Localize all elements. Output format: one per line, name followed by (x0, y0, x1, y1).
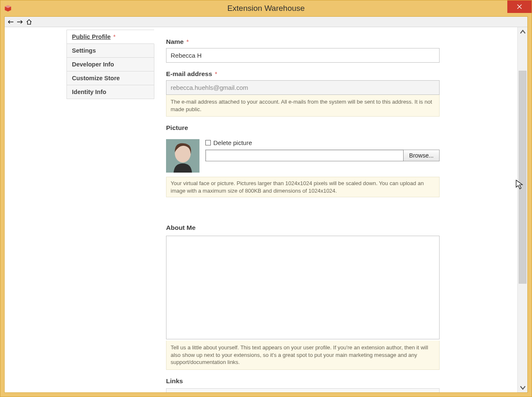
picture-group: Delete picture Browse... Your virtual fa… (166, 139, 440, 197)
scroll-track[interactable] (518, 37, 527, 382)
email-input (166, 80, 440, 95)
forward-icon[interactable] (16, 18, 23, 25)
sidebar-item-label: Identity Info (72, 89, 106, 95)
name-label: Name * (166, 38, 440, 46)
required-mark: * (215, 70, 217, 77)
window-title: Extension Warehouse (0, 4, 532, 13)
sidebar-item-label: Customize Store (72, 75, 120, 81)
inner-frame: Public Profile * Settings Developer Info… (0, 16, 532, 397)
sidebar-item-label: Developer Info (72, 61, 114, 68)
sidebar-item-label: Public Profile (72, 33, 111, 40)
required-mark: * (187, 38, 189, 45)
links-label: Links (166, 377, 440, 385)
email-group: E-mail address * The e-mail address atta… (166, 70, 440, 117)
nav-toolbar (5, 17, 527, 27)
delete-picture-label: Delete picture (213, 139, 252, 146)
close-button[interactable] (507, 0, 532, 13)
titlebar: Extension Warehouse (0, 0, 532, 16)
links-header: Title URL (166, 389, 439, 392)
name-input[interactable] (166, 48, 440, 63)
sidebar-item-label: Settings (72, 47, 96, 54)
avatar (166, 139, 200, 173)
about-textarea[interactable] (166, 236, 440, 339)
picture-row: Delete picture Browse... (166, 139, 440, 173)
content-viewport: Public Profile * Settings Developer Info… (5, 27, 527, 392)
scrollbar[interactable] (517, 27, 527, 392)
sidebar-item-developer-info[interactable]: Developer Info (66, 58, 154, 71)
page: Public Profile * Settings Developer Info… (5, 27, 517, 392)
main-form: Name * E-mail address * The e-mail a (154, 30, 451, 392)
picture-label: Picture (166, 124, 440, 132)
scroll-thumb[interactable] (519, 71, 527, 284)
file-chooser: Browse... (205, 150, 440, 161)
browse-button[interactable]: Browse... (404, 150, 440, 161)
file-path-input[interactable] (205, 150, 404, 161)
email-label: E-mail address * (166, 70, 440, 78)
app-icon (4, 4, 12, 13)
sidebar-item-customize-store[interactable]: Customize Store (66, 71, 154, 85)
name-group: Name * (166, 38, 440, 63)
checkbox-box (205, 140, 211, 145)
home-icon[interactable] (25, 18, 33, 25)
links-col-title: Title (191, 391, 314, 392)
sidebar-item-public-profile[interactable]: Public Profile * (66, 30, 154, 44)
scroll-up-icon[interactable] (518, 27, 527, 37)
links-table: Title URL ✥ (166, 388, 440, 392)
label-text: Name (166, 38, 184, 45)
email-help: The e-mail address attached to your acco… (166, 95, 440, 117)
label-text: E-mail address (166, 70, 212, 77)
required-mark: * (113, 33, 116, 40)
sidebar-item-settings[interactable]: Settings (66, 44, 154, 58)
picture-controls: Delete picture Browse... (205, 139, 440, 161)
window-frame: Extension Warehouse (0, 0, 532, 397)
sidebar-item-identity-info[interactable]: Identity Info (66, 85, 154, 99)
back-icon[interactable] (7, 18, 14, 25)
browser-chrome: Public Profile * Settings Developer Info… (4, 16, 528, 393)
sidebar: Public Profile * Settings Developer Info… (66, 30, 154, 392)
scroll-down-icon[interactable] (518, 382, 527, 392)
about-group: Tell us a little about yourself. This te… (166, 236, 440, 370)
about-label: About Me (166, 224, 440, 232)
delete-picture-checkbox[interactable]: Delete picture (205, 139, 440, 146)
picture-help: Your virtual face or picture. Pictures l… (166, 177, 440, 197)
about-help: Tell us a little about yourself. This te… (166, 341, 440, 370)
links-col-url: URL (314, 391, 327, 392)
